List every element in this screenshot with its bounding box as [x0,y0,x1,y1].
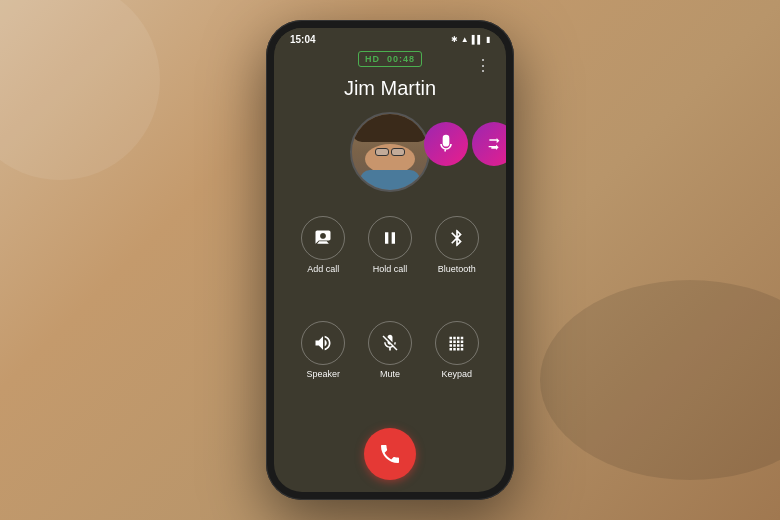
status-time: 15:04 [290,34,316,45]
end-call-area [274,422,506,492]
signal-status-icon: ▌▌ [472,35,483,44]
speaker-label: Speaker [307,369,341,379]
mute-label: Mute [380,369,400,379]
bluetooth-icon [435,216,479,260]
keypad-label: Keypad [441,369,472,379]
end-call-icon [378,442,402,466]
avatar [350,112,430,192]
swap-icon [486,136,502,152]
keypad-button[interactable]: Keypad [423,313,490,414]
avatar-glasses [375,148,405,156]
wifi-status-icon: ▲ [461,35,469,44]
speaker-button[interactable]: Speaker [290,313,357,414]
controls-grid: Add call Hold call [274,200,506,422]
status-icons: ✱ ▲ ▌▌ ▮ [451,35,490,44]
add-call-button[interactable]: Add call [290,208,357,309]
phone-screen: 15:04 ✱ ▲ ▌▌ ▮ ⋮ HD 00:48 Jim Martin [274,28,506,492]
battery-status-icon: ▮ [486,35,490,44]
avatar-area [274,112,506,192]
speaker-icon [301,321,345,365]
swap-button[interactable] [472,122,506,166]
more-options-button[interactable]: ⋮ [475,56,492,75]
phone-scene: 15:04 ✱ ▲ ▌▌ ▮ ⋮ HD 00:48 Jim Martin [266,20,514,500]
hold-call-icon [368,216,412,260]
bluetooth-status-icon: ✱ [451,35,458,44]
timer-value: 00:48 [387,54,415,64]
phone-frame: 15:04 ✱ ▲ ▌▌ ▮ ⋮ HD 00:48 Jim Martin [266,20,514,500]
mic-icon [436,134,456,154]
call-timer-badge: HD 00:48 [358,51,422,67]
hd-label: HD [365,54,380,64]
avatar-face [352,114,428,190]
status-bar: 15:04 ✱ ▲ ▌▌ ▮ [274,28,506,47]
mute-button[interactable]: Mute [357,313,424,414]
action-strip [424,122,506,166]
bluetooth-button[interactable]: Bluetooth [423,208,490,309]
avatar-hair [352,114,428,142]
hold-call-label: Hold call [373,264,408,274]
add-call-label: Add call [307,264,339,274]
glass-left [375,148,389,156]
end-call-button[interactable] [364,428,416,480]
call-timer-area: HD 00:48 [274,47,506,69]
hold-call-button[interactable]: Hold call [357,208,424,309]
bluetooth-label: Bluetooth [438,264,476,274]
microphone-button[interactable] [424,122,468,166]
keypad-icon [435,321,479,365]
glass-right [391,148,405,156]
contact-name: Jim Martin [274,77,506,100]
mute-icon [368,321,412,365]
avatar-shirt [360,170,420,190]
add-call-icon [301,216,345,260]
